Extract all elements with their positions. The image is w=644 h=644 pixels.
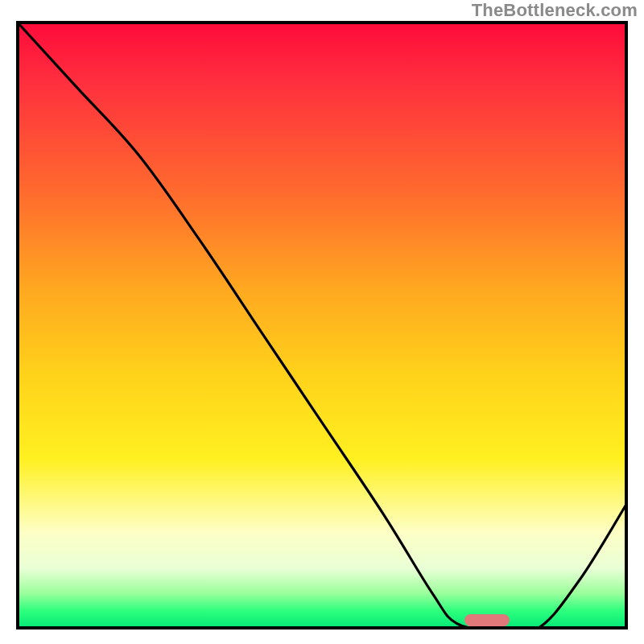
attribution-label: TheBottleneck.com (472, 0, 638, 21)
plot-area (16, 21, 628, 630)
chart-root: { "attribution": "TheBottleneck.com", "c… (0, 0, 644, 644)
optimal-marker (464, 614, 510, 626)
bottleneck-curve (16, 21, 628, 630)
curve-path (16, 21, 628, 630)
